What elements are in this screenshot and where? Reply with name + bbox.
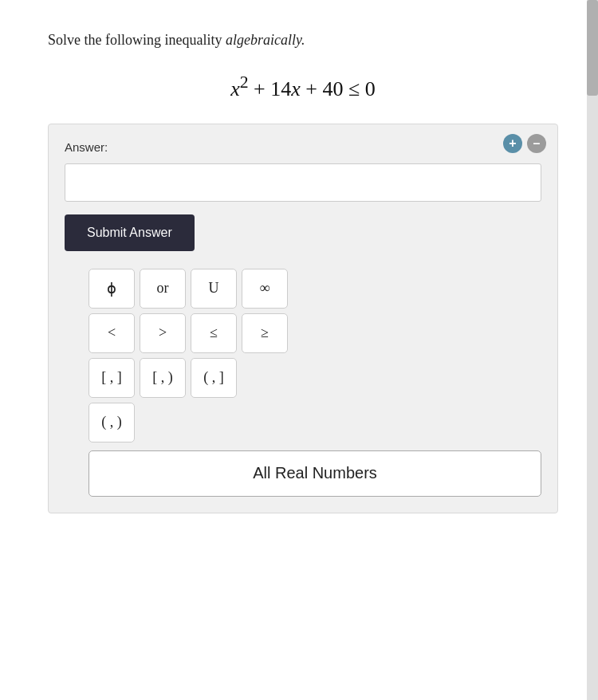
- page-container: Solve the following inequality algebraic…: [0, 0, 598, 700]
- phi-button[interactable]: ϕ: [89, 269, 135, 309]
- symbol-row-4: ( , ): [89, 403, 541, 442]
- half-open-right-button[interactable]: ( , ]: [191, 358, 237, 398]
- less-than-equal-symbol: ≤: [210, 324, 218, 341]
- problem-qualifier: algebraically.: [226, 32, 305, 48]
- submit-answer-button[interactable]: Submit Answer: [65, 214, 195, 251]
- less-than-symbol: <: [108, 324, 116, 341]
- submit-label: Submit Answer: [87, 226, 172, 239]
- answer-box-container: + – Answer: Submit Answer ϕ or: [48, 124, 558, 513]
- symbol-row-2: < > ≤ ≥: [89, 313, 541, 353]
- closed-interval-button[interactable]: [ , ]: [89, 358, 135, 398]
- plus-icon: +: [509, 137, 516, 150]
- all-real-numbers-label: All Real Numbers: [253, 464, 377, 482]
- greater-than-button[interactable]: >: [140, 313, 186, 353]
- problem-statement: Solve the following inequality algebraic…: [48, 32, 558, 49]
- phi-symbol: ϕ: [107, 280, 116, 297]
- plus-minus-controls: + –: [503, 134, 546, 153]
- infinity-button[interactable]: ∞: [242, 269, 288, 309]
- scrollbar-track[interactable]: [587, 0, 598, 700]
- half-open-left-button[interactable]: [ , ): [140, 358, 186, 398]
- closed-interval-symbol: [ , ]: [101, 369, 122, 386]
- open-interval-button[interactable]: ( , ): [89, 403, 135, 442]
- problem-text: Solve the following inequality: [48, 32, 226, 48]
- symbol-row-3: [ , ] [ , ) ( , ]: [89, 358, 541, 398]
- symbol-grid: ϕ or U ∞ < >: [89, 269, 541, 497]
- half-open-right-symbol: ( , ]: [203, 369, 224, 386]
- infinity-symbol: ∞: [260, 280, 270, 297]
- scrollbar-thumb[interactable]: [587, 0, 598, 96]
- equation-display: x2 + 14x + 40 ≤ 0: [48, 73, 558, 101]
- all-real-numbers-button[interactable]: All Real Numbers: [89, 450, 541, 497]
- answer-label: Answer:: [65, 140, 541, 154]
- answer-input[interactable]: [65, 163, 541, 202]
- or-symbol: or: [157, 280, 169, 297]
- half-open-left-symbol: [ , ): [152, 369, 173, 386]
- less-than-equal-button[interactable]: ≤: [191, 313, 237, 353]
- or-button[interactable]: or: [140, 269, 186, 309]
- remove-answer-button[interactable]: –: [527, 134, 546, 153]
- less-than-button[interactable]: <: [89, 313, 135, 353]
- greater-than-symbol: >: [159, 324, 167, 341]
- symbol-row-1: ϕ or U ∞: [89, 269, 541, 309]
- add-answer-button[interactable]: +: [503, 134, 522, 153]
- union-button[interactable]: U: [191, 269, 237, 309]
- equation-text: x2 + 14x + 40 ≤ 0: [230, 77, 376, 100]
- greater-than-equal-button[interactable]: ≥: [242, 313, 288, 353]
- open-interval-symbol: ( , ): [101, 414, 122, 431]
- union-symbol: U: [209, 280, 219, 297]
- greater-than-equal-symbol: ≥: [261, 324, 269, 341]
- minus-icon: –: [533, 137, 541, 150]
